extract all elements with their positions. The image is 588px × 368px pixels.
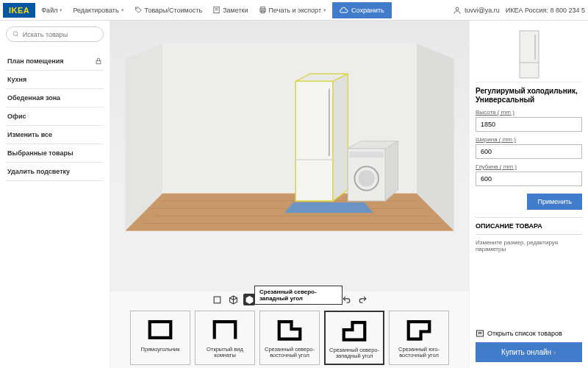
buy-online-button[interactable]: Купить онлайн ▾ [476, 342, 582, 362]
phone-info: ИКЕА Россия: 8 800 234 5 [506, 7, 585, 14]
menu-file[interactable]: Файл▾ [37, 4, 67, 17]
svg-point-0 [136, 8, 137, 9]
user-email[interactable]: tuvvi@ya.ru [453, 6, 500, 15]
shape-rect[interactable]: Прямоугольник [130, 311, 190, 365]
tool-cube-outline-icon[interactable] [227, 294, 239, 305]
tag-icon [135, 6, 143, 14]
shape-nw-cut[interactable]: Срезанный северо-западный угол [324, 311, 384, 365]
print-icon [259, 6, 267, 14]
shape-ne-cut[interactable]: Срезанный северо-восточный угол [259, 311, 320, 365]
view-tooltip: Срезанный северо-западный угол [254, 286, 343, 305]
note-icon [212, 6, 220, 14]
ikea-logo: IKEA [3, 3, 35, 18]
svg-rect-41 [520, 31, 539, 78]
sidebar-item-kitchen[interactable]: Кухня [6, 71, 104, 89]
svg-rect-32 [214, 297, 220, 303]
sidebar-item-dining[interactable]: Обеденная зона [6, 89, 104, 107]
tool-redo-icon[interactable] [356, 294, 368, 305]
right-panel: Регулирумый холодильник, Универсальный В… [469, 21, 588, 368]
svg-marker-20 [284, 202, 373, 213]
sidebar-item-plan[interactable]: План помещения [6, 52, 104, 71]
apply-button[interactable]: Применить [527, 194, 582, 210]
menu-products[interactable]: Товары/Стоимость [130, 3, 207, 17]
menu-edit[interactable]: Редактировать▾ [68, 4, 128, 17]
room-3d-view[interactable] [110, 21, 469, 291]
svg-marker-22 [333, 74, 348, 201]
width-label: Ширина ( mm ) [476, 136, 582, 143]
height-input[interactable] [476, 117, 582, 132]
shapes-row: Прямоугольник Открытый вид комнаты Среза… [110, 308, 469, 368]
shape-open[interactable]: Открытый вид комнаты [195, 311, 255, 365]
view-toolbar: Срезанный северо-западный угол [110, 291, 469, 308]
sidebar-item-highlight[interactable]: Удалить подсветку [6, 163, 104, 181]
width-input[interactable] [476, 144, 582, 159]
product-image [476, 26, 582, 82]
header: IKEA Файл▾ Редактировать▾ Товары/Стоимос… [0, 0, 588, 21]
menu-print[interactable]: Печать и экспорт▾ [254, 3, 331, 17]
list-icon [476, 329, 484, 338]
washer-3d[interactable] [348, 141, 398, 201]
fridge-3d[interactable] [295, 74, 348, 201]
shape-se-cut[interactable]: Срезанный юго-восточный угол [389, 311, 449, 365]
svg-rect-10 [96, 61, 101, 64]
height-label: Высота ( mm ) [476, 109, 582, 116]
sidebar-item-selected[interactable]: Выбранные товары [6, 144, 104, 163]
desc-text: Измените размер, редактируя параметры [476, 235, 582, 257]
sidebar-item-office[interactable]: Офис [6, 107, 104, 126]
depth-input[interactable] [476, 171, 582, 186]
save-button[interactable]: Сохранить [332, 2, 392, 18]
svg-rect-21 [295, 81, 333, 201]
svg-point-30 [359, 170, 375, 186]
svg-line-9 [17, 35, 18, 37]
user-icon [453, 6, 462, 15]
tool-cube-solid-icon[interactable] [243, 294, 255, 305]
svg-rect-40 [150, 322, 171, 338]
lock-icon [95, 57, 102, 65]
menu-notes[interactable]: Заметки [208, 3, 252, 17]
product-title: Регулирумый холодильник, Универсальный [476, 87, 582, 105]
search-box[interactable] [6, 26, 104, 42]
tool-square-icon[interactable] [211, 294, 223, 305]
search-icon [12, 30, 20, 38]
sidebar: План помещения Кухня Обеденная зона Офис… [0, 21, 110, 368]
svg-point-8 [13, 32, 18, 36]
open-product-list[interactable]: Открыть список товаров [476, 325, 582, 342]
cloud-icon [340, 6, 348, 15]
desc-heading: ОПИСАНИЕ ТОВАРА [476, 217, 582, 235]
svg-point-7 [456, 7, 459, 10]
canvas-area: Срезанный северо-западный угол Прямоугол… [110, 21, 469, 368]
search-input[interactable] [23, 31, 97, 38]
sidebar-item-changeall[interactable]: Изменить все [6, 126, 104, 144]
svg-rect-31 [349, 152, 384, 158]
depth-label: Глубина ( mm ) [476, 163, 582, 170]
